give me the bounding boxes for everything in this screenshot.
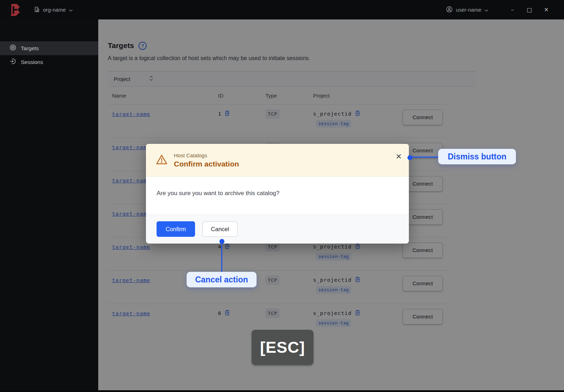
target-icon <box>10 44 16 52</box>
dismiss-icon[interactable]: ✕ <box>395 153 402 160</box>
cancel-button[interactable]: Cancel <box>202 221 237 237</box>
org-scope-button[interactable]: org-name <box>34 6 73 13</box>
sidebar-item-label: Targets <box>21 45 39 52</box>
session-icon <box>10 58 16 66</box>
sidebar: Targets Sessions <box>0 19 98 392</box>
sidebar-item-label: Sessions <box>21 59 43 65</box>
dialog-title: Confirm activation <box>174 160 239 168</box>
dismiss-annotation-dot <box>407 155 412 160</box>
dismiss-annotation-label: Dismiss button <box>438 149 516 164</box>
user-avatar-icon <box>446 6 453 14</box>
dialog-footer: Confirm Cancel <box>146 215 409 243</box>
dismiss-annotation-line <box>410 157 440 158</box>
dialog-header: Host Catalogs Confirm activation ✕ <box>146 144 409 177</box>
esc-key-badge: [ESC] <box>252 330 313 365</box>
sidebar-item-sessions[interactable]: Sessions <box>0 55 98 69</box>
close-icon[interactable]: ✕ <box>538 3 555 17</box>
minimize-icon[interactable]: – <box>504 3 521 17</box>
cancel-annotation-label: Cancel action <box>187 272 257 287</box>
warning-icon <box>156 154 168 166</box>
window-bottom-edge <box>0 390 564 392</box>
window-controls: – □ ✕ <box>504 3 555 17</box>
boundary-logo-icon <box>9 3 21 17</box>
dialog-context-label: Host Catalogs <box>174 152 239 158</box>
org-icon <box>34 6 40 13</box>
maximize-icon[interactable]: □ <box>521 3 538 17</box>
sidebar-item-targets[interactable]: Targets <box>0 41 98 55</box>
cancel-annotation-line <box>221 243 222 272</box>
dialog-body-text: Are you sure you want to archive this ca… <box>146 177 409 215</box>
chevron-down-icon <box>69 7 73 13</box>
chevron-down-icon <box>484 7 488 13</box>
user-menu-button[interactable]: user-name <box>446 6 488 14</box>
confirm-dialog: Host Catalogs Confirm activation ✕ Are y… <box>146 144 409 244</box>
confirm-button[interactable]: Confirm <box>157 221 195 237</box>
top-bar: org-name user-name – □ ✕ <box>0 0 564 19</box>
user-name-label: user-name <box>456 7 481 13</box>
org-name-label: org-name <box>43 7 66 13</box>
